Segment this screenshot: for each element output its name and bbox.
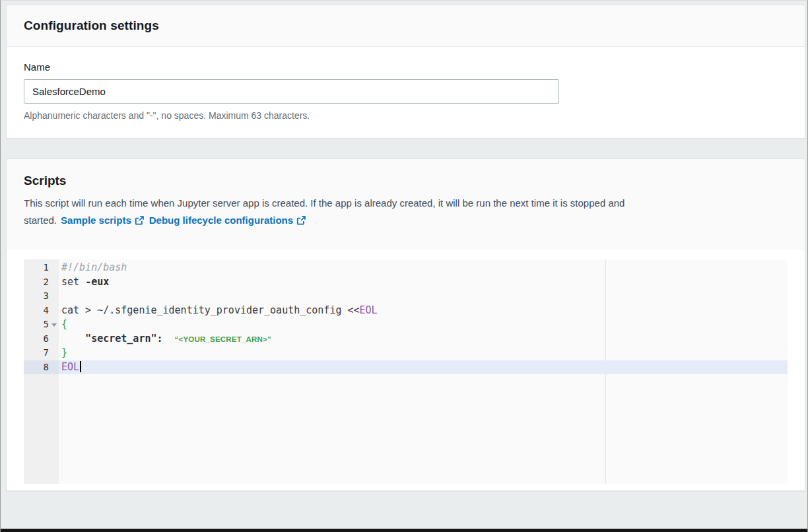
scripts-description-line2-prefix: started.	[24, 215, 57, 226]
scripts-body: 12345678 #!/bin/bashset -euxcat > ~/.sfg…	[7, 249, 805, 490]
code-line[interactable]	[59, 289, 788, 304]
sample-scripts-link[interactable]: Sample scripts	[61, 215, 144, 226]
scripts-header: Scripts This script will run each time w…	[7, 159, 805, 249]
line-number: 6	[24, 332, 59, 347]
link-label: Sample scripts	[61, 215, 131, 226]
code-token: #!/bin/bash	[61, 261, 127, 273]
name-label: Name	[24, 61, 788, 73]
scripts-title: Scripts	[24, 174, 788, 188]
page-content: Configuration settings Name Alphanumeric…	[1, 1, 807, 491]
line-number: 4	[24, 304, 59, 318]
code-token: EOL	[360, 304, 378, 316]
line-number: 8	[24, 360, 59, 375]
code-token: "secret_arn":	[61, 333, 163, 345]
code-line[interactable]: cat > ~/.sfgenie_identity_provider_oauth…	[59, 304, 788, 318]
code-line[interactable]: EOL	[59, 360, 788, 375]
configuration-settings-body: Name Alphanumeric characters and "-", no…	[7, 47, 805, 138]
code-token: -eux	[85, 276, 109, 288]
code-line[interactable]: {	[59, 317, 788, 332]
code-token: {	[61, 318, 67, 330]
text-cursor	[80, 361, 81, 372]
line-number: 7	[24, 346, 59, 360]
configuration-settings-card: Configuration settings Name Alphanumeric…	[6, 5, 805, 139]
code-token: EOL	[61, 361, 79, 373]
code-line[interactable]: "secret_arn": “<YOUR_SECRET_ARN>”	[59, 332, 788, 347]
line-number: 3	[24, 289, 59, 304]
code-token	[163, 333, 175, 345]
code-token: cat > ~/.sfgenie_identity_provider_oauth…	[61, 304, 360, 316]
code-token: set	[61, 276, 85, 288]
code-line[interactable]: set -eux	[59, 275, 788, 290]
line-number: 2	[24, 275, 59, 290]
code-token: “<YOUR_SECRET_ARN>”	[175, 335, 271, 343]
line-number: 1	[24, 261, 59, 275]
name-input[interactable]	[24, 79, 559, 104]
card-gap	[6, 139, 805, 158]
configuration-settings-header: Configuration settings	[7, 5, 805, 47]
scripts-links: Sample scriptsDebug lifecycle configurat…	[57, 215, 306, 226]
code-token: }	[61, 347, 67, 358]
code-line[interactable]: #!/bin/bash	[59, 261, 788, 275]
link-label: Debug lifecycle configurations	[149, 215, 293, 226]
scripts-description: This script will run each time when Jupy…	[24, 195, 788, 229]
app-window: Configuration settings Name Alphanumeric…	[0, 0, 808, 532]
fold-toggle-icon[interactable]	[51, 323, 57, 327]
code-line[interactable]: }	[59, 346, 788, 360]
debug-lifecycle-configurations-link[interactable]: Debug lifecycle configurations	[149, 215, 306, 226]
scripts-description-line1: This script will run each time when Jupy…	[24, 195, 788, 212]
configuration-settings-title: Configuration settings	[24, 18, 788, 33]
window-bottom-edge	[1, 529, 807, 532]
editor-gutter: 12345678	[24, 259, 59, 484]
external-link-icon	[296, 216, 306, 225]
editor-code[interactable]: #!/bin/bashset -euxcat > ~/.sfgenie_iden…	[59, 259, 788, 484]
script-code-editor[interactable]: 12345678 #!/bin/bashset -euxcat > ~/.sfg…	[24, 259, 788, 484]
external-link-icon	[135, 216, 144, 225]
name-help-text: Alphanumeric characters and "-", no spac…	[24, 110, 788, 121]
scripts-card: Scripts This script will run each time w…	[6, 158, 805, 491]
line-number: 5	[24, 317, 59, 332]
scripts-description-line2: started.Sample scriptsDebug lifecycle co…	[24, 212, 788, 229]
